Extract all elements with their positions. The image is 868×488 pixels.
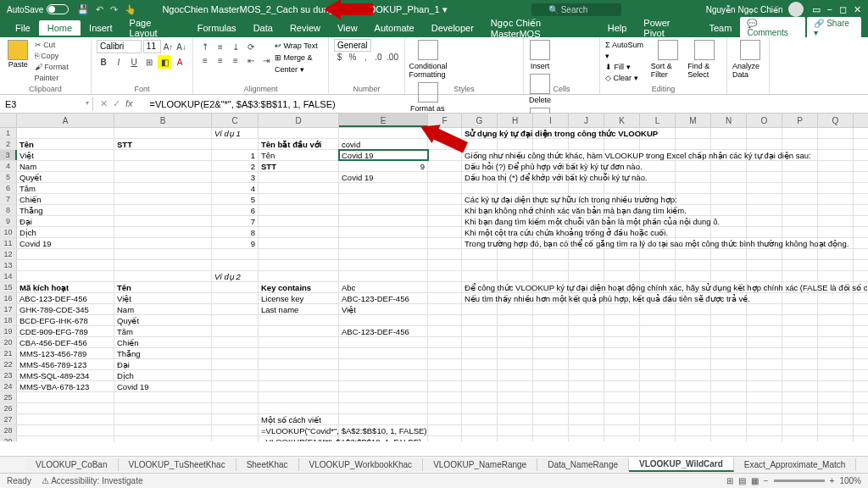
cell-A12[interactable] — [17, 249, 114, 259]
cell-O27[interactable] — [747, 414, 782, 424]
row-header-24[interactable]: 24 — [0, 381, 17, 391]
cell-G27[interactable] — [462, 414, 498, 424]
cell-E13[interactable] — [339, 260, 428, 270]
align-middle-icon[interactable]: ≡ — [214, 40, 227, 53]
cell-Q2[interactable] — [818, 139, 854, 149]
cell-H22[interactable] — [498, 359, 533, 369]
row-header-17[interactable]: 17 — [0, 304, 17, 314]
cell-B22[interactable]: Đại — [114, 359, 212, 369]
align-left-icon[interactable]: ≡ — [198, 53, 212, 67]
cell-I20[interactable] — [533, 337, 569, 347]
border-icon[interactable]: ⊞ — [142, 55, 156, 69]
clear-button[interactable]: ◇ Clear ▾ — [605, 73, 648, 84]
cell-P14[interactable] — [782, 271, 818, 281]
cell-G28[interactable] — [462, 425, 498, 435]
cell-B16[interactable]: Việt — [114, 293, 212, 303]
cell-E16[interactable]: ABC-123-DEF-456 — [339, 293, 428, 303]
cell-A15[interactable]: Mã kích hoạt — [17, 282, 114, 292]
cell-D9[interactable] — [259, 216, 339, 226]
cell-L23[interactable] — [640, 370, 676, 380]
cell-D23[interactable] — [259, 370, 339, 380]
row-header-5[interactable]: 5 — [0, 172, 17, 182]
cell-E29[interactable] — [339, 436, 428, 441]
cell-J27[interactable] — [569, 414, 604, 424]
cell-C12[interactable] — [212, 249, 259, 259]
cell-L4[interactable] — [640, 161, 676, 171]
cell-P9[interactable] — [782, 216, 818, 226]
cell-F6[interactable] — [428, 183, 462, 193]
cell-F27[interactable] — [428, 414, 462, 424]
row-header-8[interactable]: 8 — [0, 205, 17, 215]
cell-N6[interactable] — [711, 183, 747, 193]
cell-A27[interactable] — [17, 414, 114, 424]
cell-L21[interactable] — [640, 348, 676, 358]
cell-L6[interactable] — [640, 183, 676, 193]
cell-N14[interactable] — [711, 271, 747, 281]
cell-D15[interactable]: Key contains — [259, 282, 339, 292]
merge-center-button[interactable]: ⊞ Merge & Center ▾ — [275, 52, 323, 75]
cell-Q20[interactable] — [818, 337, 854, 347]
cell-E11[interactable] — [339, 238, 428, 248]
zoom-in-icon[interactable]: + — [830, 476, 835, 485]
cell-D22[interactable] — [259, 359, 339, 369]
cell-E12[interactable] — [339, 249, 428, 259]
cell-N22[interactable] — [711, 359, 747, 369]
cell-B13[interactable] — [114, 260, 212, 270]
cell-C27[interactable] — [212, 414, 259, 424]
cell-C16[interactable] — [212, 293, 259, 303]
cell-F25[interactable] — [428, 392, 462, 402]
cell-Q17[interactable] — [818, 304, 854, 314]
cell-Q3[interactable] — [818, 150, 854, 160]
cell-M2[interactable] — [676, 139, 711, 149]
wrap-text-button[interactable]: ↩ Wrap Text — [275, 40, 323, 52]
cell-H13[interactable] — [498, 260, 533, 270]
cell-I17[interactable] — [533, 304, 569, 314]
cell-O17[interactable] — [747, 304, 782, 314]
cell-B15[interactable]: Tên — [114, 282, 212, 292]
sheet-tab-VLOOKUP_WildCard[interactable]: VLOOKUP_WildCard — [629, 458, 734, 472]
cell-H28[interactable] — [498, 425, 533, 435]
cell-Q12[interactable] — [818, 249, 854, 259]
cell-B19[interactable]: Tâm — [114, 326, 212, 336]
cell-J29[interactable] — [569, 436, 604, 441]
cell-I19[interactable] — [533, 326, 569, 336]
cell-L12[interactable] — [640, 249, 676, 259]
cell-Q28[interactable] — [818, 425, 854, 435]
cell-B23[interactable]: Dịch — [114, 370, 212, 380]
align-bottom-icon[interactable]: ⤓ — [229, 40, 242, 53]
col-header-K[interactable]: K — [604, 114, 640, 127]
find-select-button[interactable]: Find & Select — [687, 40, 721, 84]
cell-H18[interactable] — [498, 315, 533, 325]
cell-I21[interactable] — [533, 348, 569, 358]
cell-L26[interactable] — [640, 403, 676, 413]
cell-P25[interactable] — [782, 392, 818, 402]
cell-N18[interactable] — [711, 315, 747, 325]
cell-A7[interactable]: Chiến — [17, 194, 114, 204]
cell-G9[interactable]: Khi bạn đang tìm kiếm một chuỗi văn bản … — [462, 216, 498, 226]
cell-G12[interactable] — [462, 249, 498, 259]
cell-Q21[interactable] — [818, 348, 854, 358]
cell-A14[interactable] — [17, 271, 114, 281]
cell-A4[interactable]: Nam — [17, 161, 114, 171]
cell-P13[interactable] — [782, 260, 818, 270]
cell-O5[interactable] — [747, 172, 782, 182]
sheet-tab-VLOOKUP_WorkbookKhac[interactable]: VLOOKUP_WorkbookKhac — [299, 458, 424, 471]
cell-I18[interactable] — [533, 315, 569, 325]
touch-icon[interactable]: 👆 — [125, 4, 136, 15]
cell-F13[interactable] — [428, 260, 462, 270]
save-icon[interactable]: 💾 — [77, 4, 89, 15]
cell-P27[interactable] — [782, 414, 818, 424]
cell-L18[interactable] — [640, 315, 676, 325]
cell-E18[interactable] — [339, 315, 428, 325]
align-top-icon[interactable]: ⤒ — [198, 40, 212, 53]
cell-P29[interactable] — [782, 436, 818, 441]
col-header-G[interactable]: G — [462, 114, 498, 127]
col-header-N[interactable]: N — [711, 114, 747, 127]
cell-O12[interactable] — [747, 249, 782, 259]
cell-M20[interactable] — [676, 337, 711, 347]
cell-C23[interactable] — [212, 370, 259, 380]
cell-P24[interactable] — [782, 381, 818, 391]
cell-P21[interactable] — [782, 348, 818, 358]
cell-G13[interactable] — [462, 260, 498, 270]
user-name[interactable]: Nguyễn Ngọc Chiến — [706, 5, 783, 14]
